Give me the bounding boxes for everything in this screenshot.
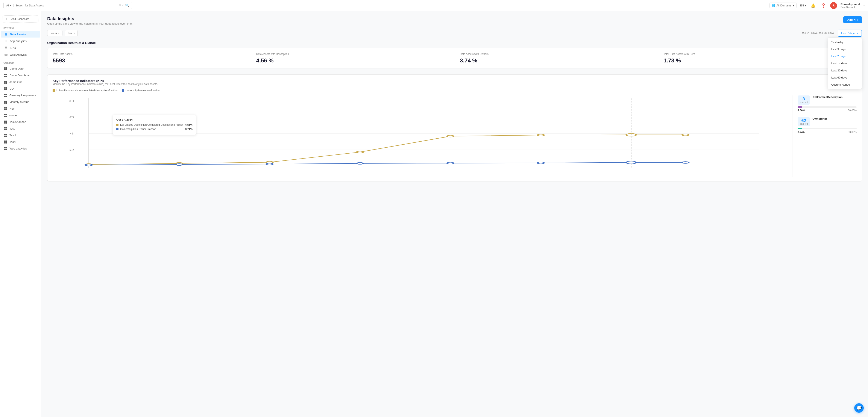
date-option-last-3-days[interactable]: Last 3 days [828, 46, 862, 53]
date-option-last-7-days[interactable]: Last 7 days [828, 53, 862, 60]
sidebar-item-app-analytics[interactable]: App Analytics [1, 37, 40, 44]
kpi-progress-row: 3.74% 53.00% [798, 131, 857, 134]
grid-icon [4, 74, 7, 77]
kpi-progress-bar [798, 128, 802, 129]
sidebar-item-tasks-kanban[interactable]: TasksKanban [1, 119, 40, 125]
days-number: 3 [800, 97, 808, 101]
domain-selector[interactable]: 🌐 All Domains ▾ [770, 3, 797, 8]
date-option-last-14-days[interactable]: Last 14 days [828, 60, 862, 67]
sidebar-item-test[interactable]: Test [1, 125, 40, 132]
chart-icon [4, 39, 8, 43]
kpi-right-panel: 3 days left KPIEntitiesDescription 4.56%… [792, 95, 857, 177]
sidebar-item-test1[interactable]: Test1 [1, 132, 40, 138]
user-info[interactable]: Rounakpreet.d Data Steward [840, 3, 860, 8]
grid-icon [4, 94, 7, 97]
notifications-icon[interactable]: 🔔 [810, 2, 816, 9]
sidebar: ＋ + Add Dashboard SYSTEM Data Assets App… [0, 11, 41, 417]
legend-item-description-fraction: kpi-entities-description-completed-descr… [53, 89, 117, 92]
kpi-target-value: 53.00% [848, 131, 857, 134]
lang-label: EN [800, 4, 804, 7]
date-option-custom-range[interactable]: Custom Range [828, 81, 862, 88]
search-filter-dropdown[interactable]: All ▾ [6, 4, 13, 7]
sidebar-item-owner[interactable]: owner [1, 112, 40, 119]
kpi-current-value: 4.56% [798, 109, 805, 112]
chevron-down-icon: ▾ [73, 32, 75, 35]
svg-point-30 [357, 162, 363, 164]
date-option-last-60-days[interactable]: Last 60 days [828, 74, 862, 81]
kpi-current-value: 3.74% [798, 131, 805, 134]
svg-point-31 [447, 162, 454, 164]
sidebar-item-data-assets[interactable]: Data Assets [1, 31, 40, 37]
sidebar-item-web-analytics[interactable]: Web analytics [1, 145, 40, 152]
filters-row: Team ▾ Tier ▾ Oct 21, 2024 - Oct 28, 202… [47, 30, 862, 37]
sidebar-item-label: Data Assets [10, 33, 26, 36]
sidebar-item-test3[interactable]: Test3 [1, 138, 40, 145]
stat-label: Data Assets with Description [256, 53, 450, 56]
user-chevron-icon[interactable]: ▾ [864, 4, 865, 7]
date-option-yesterday[interactable]: Yesterday [828, 39, 862, 46]
sidebar-item-cost-analysis[interactable]: Cost Analysis [1, 51, 40, 58]
chat-bubble[interactable]: 💬 [854, 403, 864, 413]
svg-rect-1 [5, 41, 5, 42]
search-input[interactable] [15, 4, 117, 7]
svg-text:2: 2 [69, 148, 75, 151]
sidebar-item-label: owner [9, 114, 17, 117]
grid-icon [4, 134, 7, 137]
tooltip-row: Ownership Has Owner Fraction 3.74% [116, 128, 192, 131]
search-area: All ▾ ⌘ K 🔍 [3, 2, 132, 9]
help-icon[interactable]: ❓ [820, 2, 827, 9]
date-option-last-30-days[interactable]: Last 30 days [828, 67, 862, 74]
sidebar-item-demo-one[interactable]: demo One [1, 79, 40, 85]
svg-point-0 [5, 33, 7, 34]
user-role: Data Steward [840, 6, 860, 8]
svg-point-23 [447, 135, 454, 137]
sidebar-item-monthly-meetuo[interactable]: Monthly Meetuo [1, 99, 40, 105]
tooltip-value: 4.56% [185, 123, 192, 126]
plus-icon: ＋ [5, 17, 8, 21]
sidebar-item-demo-dashboard[interactable]: Demo Dashboard [1, 72, 40, 79]
tooltip-color [116, 128, 119, 130]
tier-filter-button[interactable]: Tier ▾ [65, 30, 78, 36]
team-filter-button[interactable]: Team ▾ [47, 30, 62, 36]
kpi-progress-row: 4.56% 60.00% [798, 109, 857, 112]
lang-selector[interactable]: EN ▾ [800, 4, 806, 7]
grid-icon [4, 127, 7, 130]
grid-icon [4, 147, 7, 150]
avatar[interactable]: R [830, 2, 837, 9]
days-number: 62 [800, 119, 808, 123]
stat-value: 3.74 % [460, 57, 653, 64]
kpi-card: 3 days left KPIEntitiesDescription 4.56%… [798, 95, 857, 112]
sidebar-item-label: demo One [9, 81, 23, 84]
sidebar-item-dq[interactable]: DQ [1, 85, 40, 92]
add-dashboard-button[interactable]: ＋ + Add Dashboard [3, 15, 38, 23]
kpi-target-value: 60.00% [848, 109, 857, 112]
chevron-down-icon: ▾ [793, 4, 794, 7]
custom-section-label: CUSTOM [0, 61, 41, 65]
sidebar-item-glossary-uniqueness[interactable]: Glossary Uniqueness [1, 92, 40, 99]
kpi-card: 62 days left Ownership 3.74% 53.00% [798, 117, 857, 134]
database-icon [4, 32, 8, 36]
sidebar-item-label: App Analytics [10, 39, 27, 43]
date-dropdown-button[interactable]: Last 7 days ▾ [838, 30, 862, 37]
sidebar-item-nom[interactable]: Nom [1, 105, 40, 112]
svg-point-28 [176, 164, 182, 165]
stat-card: Data Assets with Owners 3.74 % [455, 48, 658, 68]
stat-card: Data Assets with Description 4.56 % [251, 48, 455, 68]
sidebar-item-kpis[interactable]: KPIs [1, 44, 40, 51]
add-kpi-button[interactable]: Add KPI [843, 16, 862, 23]
svg-text:4: 4 [69, 132, 75, 135]
grid-icon [4, 114, 7, 117]
svg-point-6 [6, 47, 6, 48]
sidebar-item-label: Cost Analysis [10, 53, 27, 56]
search-icon[interactable]: 🔍 [125, 3, 129, 7]
tooltip-label: Kpi Entities Description Completed Descr… [120, 123, 184, 126]
sidebar-item-label: Test [9, 127, 14, 130]
kpi-card-header: 3 days left KPIEntitiesDescription [798, 95, 857, 105]
tooltip-label: Ownership Has Owner Fraction [120, 128, 184, 131]
sidebar-item-label: KPIs [10, 46, 16, 50]
kpi-chart: 8 6 4 2 [53, 95, 792, 177]
sidebar-item-demo-dash[interactable]: Demo Dash [1, 65, 40, 72]
system-section-label: SYSTEM [0, 26, 41, 31]
page-subtitle: Get a single pane view of the health of … [47, 22, 132, 25]
target-icon [4, 46, 8, 50]
